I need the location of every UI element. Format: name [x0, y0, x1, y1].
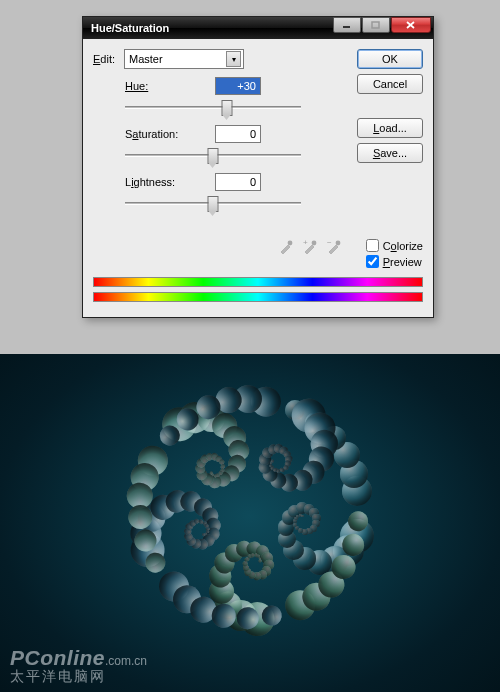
lightness-slider[interactable]	[125, 195, 301, 213]
colorize-checkbox[interactable]: Colorize	[366, 239, 423, 252]
canvas-gray-background: Hue/Saturation Edit: Master ▾	[0, 0, 500, 354]
hue-slider-thumb[interactable]	[222, 100, 233, 116]
lightness-label: Lightness:	[125, 176, 215, 188]
saturation-slider-thumb[interactable]	[208, 148, 219, 164]
colorize-checkbox-input[interactable]	[366, 239, 379, 252]
hue-input[interactable]	[215, 77, 261, 95]
svg-point-4	[288, 241, 293, 246]
svg-point-5	[312, 241, 317, 246]
svg-text:+: +	[303, 239, 308, 247]
edit-mode-select[interactable]: Master ▾	[124, 49, 244, 69]
preview-checkbox[interactable]: Preview	[366, 255, 423, 268]
svg-rect-1	[372, 22, 379, 28]
hue-ramp-output	[93, 292, 423, 302]
hue-ramp-input	[93, 277, 423, 287]
saturation-slider[interactable]	[125, 147, 301, 165]
eyedropper-tools: + −	[278, 239, 342, 257]
preview-label: Preview	[383, 256, 422, 268]
hue-label: Hue:	[125, 80, 215, 92]
colorize-label: Colorize	[383, 240, 423, 252]
hue-slider[interactable]	[125, 99, 301, 117]
saturation-input[interactable]	[215, 125, 261, 143]
ok-button[interactable]: OK	[357, 49, 423, 69]
svg-point-7	[336, 241, 341, 246]
eyedropper-subtract-icon: −	[326, 239, 342, 257]
dialog-titlebar[interactable]: Hue/Saturation	[83, 17, 433, 39]
result-artwork-panel: PConline.com.cn 太平洋电脑网	[0, 354, 500, 692]
load-button[interactable]: Load...	[357, 118, 423, 138]
lightness-input[interactable]	[215, 173, 261, 191]
watermark: PConline.com.cn 太平洋电脑网	[10, 646, 147, 686]
saturation-label: Saturation:	[125, 128, 215, 140]
watermark-domain: .com.cn	[105, 654, 147, 668]
window-minimize-button[interactable]	[333, 17, 361, 33]
window-maximize-button	[362, 17, 390, 33]
eyedropper-add-icon: +	[302, 239, 318, 257]
watermark-cn: 太平洋电脑网	[10, 668, 147, 686]
edit-label: Edit:	[93, 53, 119, 65]
hue-saturation-dialog: Hue/Saturation Edit: Master ▾	[82, 16, 434, 318]
watermark-brand: PConline	[10, 646, 105, 669]
cancel-button[interactable]: Cancel	[357, 74, 423, 94]
edit-mode-value: Master	[129, 53, 163, 65]
svg-text:−: −	[327, 239, 332, 247]
eyedropper-icon	[278, 239, 294, 257]
dialog-title: Hue/Saturation	[91, 22, 169, 34]
preview-checkbox-input[interactable]	[366, 255, 379, 268]
save-button[interactable]: Save...	[357, 143, 423, 163]
hue-color-ramps	[93, 277, 423, 307]
window-close-button[interactable]	[391, 17, 431, 33]
fractal-spiral-art	[110, 369, 390, 649]
dropdown-arrow-icon[interactable]: ▾	[226, 51, 241, 67]
lightness-slider-thumb[interactable]	[208, 196, 219, 212]
